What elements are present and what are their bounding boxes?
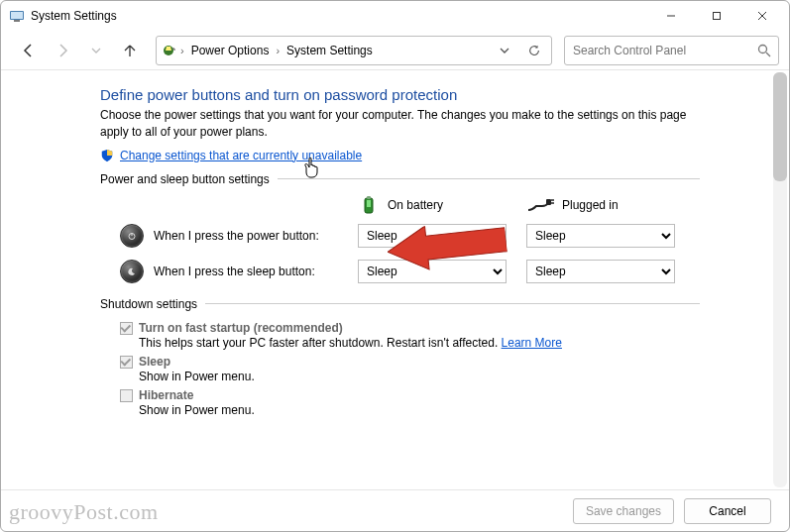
fast-startup-label: Turn on fast startup (recommended) [139,321,343,335]
hibernate-checkbox [120,389,133,402]
svg-rect-8 [367,200,371,207]
divider [278,178,700,179]
hibernate-description: Show in Power menu. [139,403,700,417]
svg-rect-7 [367,196,371,199]
breadcrumb-power-options[interactable]: Power Options [188,42,273,59]
scrollbar-thumb[interactable] [773,72,787,181]
nav-row: › Power Options › System Settings [1,31,789,70]
change-settings-link[interactable]: Change settings that are currently unava… [120,149,362,162]
refresh-button[interactable] [521,38,547,63]
plug-icon [526,197,554,213]
search-icon [756,43,772,58]
power-sleep-section-header: Power and sleep button settings [100,172,270,186]
up-button[interactable] [116,37,144,64]
address-history-button[interactable] [492,38,517,63]
search-box[interactable] [564,36,779,65]
cursor-hand-icon [303,157,321,178]
fast-startup-checkbox [120,322,133,335]
page-heading: Define power buttons and turn on passwor… [100,86,700,103]
back-button[interactable] [15,37,43,64]
svg-rect-9 [546,199,551,205]
column-plugged-label: Plugged in [562,198,619,212]
page-description: Choose the power settings that you want … [100,107,700,141]
power-button-plugged-select[interactable]: Sleep [526,224,675,248]
column-battery-label: On battery [388,198,443,212]
battery-icon [358,194,380,216]
titlebar: System Settings [1,1,789,31]
svg-point-5 [759,45,767,53]
address-bar[interactable]: › Power Options › System Settings [156,36,552,65]
learn-more-link[interactable]: Learn More [502,336,562,350]
hibernate-label: Hibernate [139,388,193,402]
sleep-button-battery-select[interactable]: Sleep [358,260,507,283]
sleep-description: Show in Power menu. [139,370,700,383]
breadcrumb-system-settings[interactable]: System Settings [283,42,376,59]
sleep-button-plugged-select[interactable]: Sleep [526,260,675,283]
close-button[interactable] [739,1,785,31]
content-area: Define power buttons and turn on passwor… [1,70,789,489]
recent-locations-button[interactable] [82,37,110,64]
window: System Settings [0,0,790,532]
sleep-label: Sleep [139,355,170,369]
chevron-right-icon: › [180,45,184,56]
power-button-row-label: When I press the power button: [154,229,319,243]
power-button-icon [120,224,144,248]
sleep-button-row-label: When I press the sleep button: [154,265,315,278]
window-title: System Settings [31,9,117,23]
divider [205,303,700,304]
power-button-battery-select[interactable]: Sleep [358,224,507,248]
sleep-button-icon [120,260,144,283]
shutdown-section-header: Shutdown settings [100,297,197,311]
power-options-icon [161,43,176,58]
svg-rect-3 [714,13,721,20]
search-input[interactable] [571,43,756,58]
svg-rect-1 [11,12,23,19]
svg-rect-2 [14,20,20,22]
save-changes-button[interactable]: Save changes [573,498,674,524]
forward-button[interactable] [49,37,76,64]
uac-shield-icon [100,149,114,162]
fast-startup-description: This helps start your PC faster after sh… [139,336,502,350]
chevron-right-icon: › [276,45,280,56]
sleep-checkbox [120,356,133,369]
minimize-button[interactable] [648,1,694,31]
maximize-button[interactable] [694,1,739,31]
cancel-button[interactable]: Cancel [684,498,771,524]
app-icon [9,8,25,24]
footer: Save changes Cancel [1,489,789,531]
